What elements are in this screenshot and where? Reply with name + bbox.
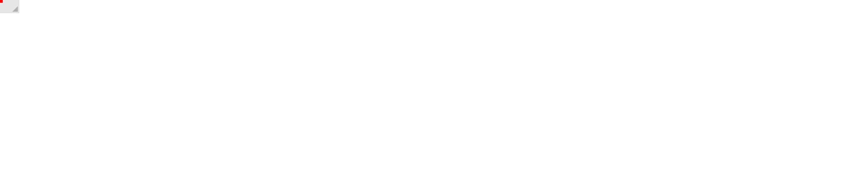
select-all-corner[interactable] [0, 0, 19, 13]
select-all-triangle-icon [12, 6, 18, 12]
spreadsheet-grid[interactable] [0, 0, 868, 189]
svg-marker-0 [12, 6, 18, 12]
